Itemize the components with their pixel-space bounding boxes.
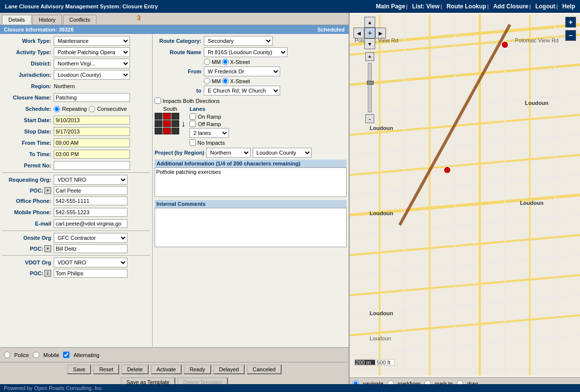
closure-status: Scheduled: [317, 27, 345, 33]
to-mm-radio[interactable]: [204, 78, 210, 84]
pan-left-button[interactable]: ◀: [354, 28, 364, 38]
activate-button[interactable]: Activate: [151, 364, 182, 374]
right-column-form: Route Category: Secondary Route Name Rt …: [153, 34, 349, 347]
onsite-poc-label: POC: +: [2, 245, 54, 252]
closure-header: Closure Information: 39326 Scheduled: [0, 25, 349, 34]
title-bar: Lane Closure Advisory Management System:…: [0, 0, 580, 13]
tabs: Details History Conflicts: [0, 13, 349, 25]
to-time-input[interactable]: [54, 150, 130, 159]
on-ramp-checkbox[interactable]: [190, 113, 196, 120]
schedule-radio-group: Repeating Consecutive: [54, 106, 127, 112]
svg-text:200 m: 200 m: [355, 359, 371, 365]
delete-button[interactable]: Delete: [121, 364, 149, 374]
requesting-org-select[interactable]: VDOT NRO: [54, 175, 128, 185]
route-category-select[interactable]: Secondary: [204, 36, 273, 46]
map-minimize-button[interactable]: −: [565, 30, 576, 41]
map-maximize-button[interactable]: +: [565, 17, 576, 28]
to-xstreet-radio[interactable]: [222, 78, 228, 84]
zoom-in-button[interactable]: +: [365, 52, 374, 61]
additional-info-textarea[interactable]: Pothole patching exercises: [155, 167, 347, 197]
police-label: Police: [14, 352, 29, 358]
from-mm-radio[interactable]: [204, 59, 210, 65]
work-type-select[interactable]: Maintenance: [54, 36, 130, 46]
jurisdiction-select[interactable]: Loudoun (County): [54, 70, 130, 80]
no-impacts-checkbox[interactable]: [190, 139, 196, 146]
tab-conflicts[interactable]: Conflicts: [63, 15, 97, 25]
off-ramp-checkbox[interactable]: [190, 121, 196, 127]
internal-comments-section: Internal Comments: [155, 200, 347, 248]
off-ramp-label: Off Ramp: [198, 121, 221, 127]
poc-add-icon[interactable]: +: [44, 187, 51, 194]
from-xstreet-label: X-Street: [230, 59, 250, 65]
nav-bar: Main Page| List: View| Route Lookup| Add…: [373, 3, 575, 10]
save-button[interactable]: Save: [67, 364, 91, 374]
nav-main-page[interactable]: Main Page: [376, 3, 405, 10]
internal-comments-textarea[interactable]: [155, 208, 347, 247]
canceled-button[interactable]: Canceled: [247, 364, 281, 374]
left-column-form: Work Type: Maintenance Activity Type: Po…: [0, 34, 153, 347]
to-select[interactable]: E Church Rd; W Church: [204, 86, 280, 96]
alternating-label: Alternating: [73, 352, 99, 358]
vdot-poc-info-icon[interactable]: i: [44, 270, 51, 277]
from-time-input[interactable]: [54, 138, 130, 147]
schedule-repeating-radio[interactable]: [54, 106, 60, 112]
work-type-label: Work Type:: [2, 38, 54, 44]
from-select[interactable]: W Frederick Dr: [204, 66, 280, 76]
main-layout: Details History Conflicts Closure Inform…: [0, 13, 580, 389]
svg-text:Loudoun: Loudoun: [370, 335, 391, 341]
onsite-poc-add-icon[interactable]: +: [44, 245, 51, 252]
lanes-section: Lanes On Ramp Off Ramp: [190, 106, 229, 146]
nav-route-lookup[interactable]: Route Lookup: [447, 3, 486, 10]
start-date-input[interactable]: [54, 116, 130, 125]
pan-right-button[interactable]: ▶: [375, 28, 386, 38]
schedule-consecutive-radio[interactable]: [89, 106, 95, 112]
route-name-select[interactable]: Rt 816S (Loudoun County): [204, 47, 288, 57]
stop-date-input[interactable]: [54, 127, 130, 136]
nav-logout[interactable]: Logout: [535, 3, 555, 10]
mobile-phone-label: Mobile Phone:: [2, 209, 54, 215]
project-county-select[interactable]: Loudoun County: [253, 148, 312, 158]
onsite-poc-input[interactable]: [54, 244, 128, 253]
project-region-select[interactable]: Northern: [206, 148, 251, 158]
nav-center-button[interactable]: ✛: [364, 28, 375, 38]
from-xstreet-radio[interactable]: [222, 59, 228, 65]
jurisdiction-label: Jurisdiction:: [2, 72, 54, 78]
permit-no-input[interactable]: [54, 161, 130, 170]
pan-up-button[interactable]: ▲: [364, 17, 375, 28]
district-select[interactable]: Northern Virgi...: [54, 59, 130, 68]
poc-input[interactable]: [54, 186, 128, 195]
tab-history[interactable]: History: [32, 15, 62, 25]
svg-point-27: [501, 41, 508, 48]
zoom-out-button[interactable]: -: [365, 114, 374, 123]
nav-help[interactable]: Help: [562, 3, 575, 10]
vdot-poc-input[interactable]: [54, 269, 128, 278]
svg-text:Loudoun: Loudoun: [370, 310, 393, 316]
vdot-org-select[interactable]: VDOT NRO: [54, 258, 128, 267]
pan-down-button[interactable]: ▼: [364, 38, 375, 49]
closure-name-input[interactable]: [54, 93, 130, 102]
onsite-org-select[interactable]: GFC Contractor: [54, 233, 128, 243]
email-input[interactable]: [54, 219, 128, 228]
lanes-count-select[interactable]: 2 lanes: [190, 128, 229, 138]
office-phone-input[interactable]: [54, 196, 128, 205]
ready-button[interactable]: Ready: [184, 364, 211, 374]
tab-details[interactable]: Details: [2, 15, 32, 25]
map-container[interactable]: Potomac View Rd Potomac View Rd Loudoun …: [350, 13, 580, 377]
nav-list-view[interactable]: List: View: [412, 3, 440, 10]
impacts-both-label: Impacts Both Directions: [162, 98, 220, 104]
mobile-phone-input[interactable]: [54, 208, 128, 217]
mobile-radio[interactable]: [33, 352, 39, 358]
app-title: Lane Closure Advisory Management System:…: [5, 3, 158, 9]
police-radio[interactable]: [4, 352, 10, 358]
direction-diagram: South: [155, 106, 186, 146]
to-xstreet-label: X-Street: [230, 78, 250, 84]
impacts-both-checkbox[interactable]: [155, 98, 161, 104]
delayed-button[interactable]: Delayed: [213, 364, 245, 374]
map-panel: Potomac View Rd Potomac View Rd Loudoun …: [350, 13, 580, 389]
lanes-label: Lanes: [190, 106, 229, 112]
reset-button[interactable]: Reset: [93, 364, 119, 374]
activity-type-select[interactable]: Pothole Patching Opera: [54, 47, 130, 57]
svg-text:Loudoun: Loudoun: [525, 100, 548, 106]
nav-add-closure[interactable]: Add Closure: [493, 3, 528, 10]
alternating-checkbox[interactable]: [63, 352, 69, 358]
